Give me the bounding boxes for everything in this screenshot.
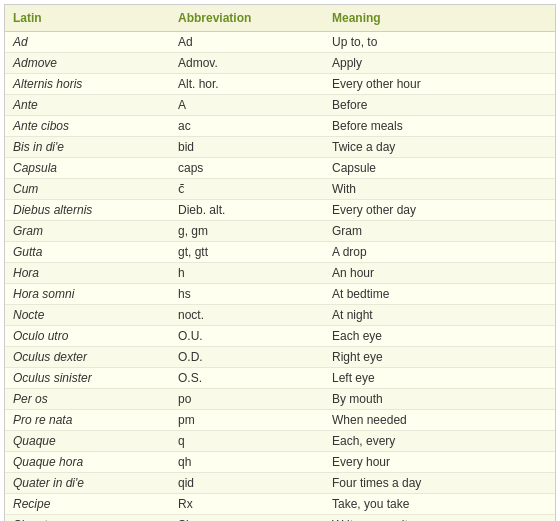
col-header-abbreviation: Abbreviation <box>170 5 324 32</box>
cell-r0-c1: Ad <box>170 32 324 53</box>
cell-r19-c1: q <box>170 431 324 452</box>
cell-r4-c2: Before meals <box>324 116 555 137</box>
table-row: Diebus alternisDieb. alt.Every other day <box>5 200 555 221</box>
cell-r21-c1: qid <box>170 473 324 494</box>
cell-r12-c1: hs <box>170 284 324 305</box>
table-row: Gramg, gmGram <box>5 221 555 242</box>
table-row: Oculus sinisterO.S.Left eye <box>5 368 555 389</box>
cell-r1-c2: Apply <box>324 53 555 74</box>
table-row: Oculo utroO.U.Each eye <box>5 326 555 347</box>
cell-r0-c2: Up to, to <box>324 32 555 53</box>
cell-r23-c2: Write, you write <box>324 515 555 522</box>
cell-r5-c1: bid <box>170 137 324 158</box>
cell-r11-c0: Hora <box>5 263 170 284</box>
cell-r11-c1: h <box>170 263 324 284</box>
cell-r12-c2: At bedtime <box>324 284 555 305</box>
table-row: Quater in di'eqidFour times a day <box>5 473 555 494</box>
cell-r7-c1: c̄ <box>170 179 324 200</box>
table-row: Oculus dexterO.D.Right eye <box>5 347 555 368</box>
cell-r2-c0: Alternis horis <box>5 74 170 95</box>
table-row: Alternis horisAlt. hor.Every other hour <box>5 74 555 95</box>
cell-r13-c0: Nocte <box>5 305 170 326</box>
cell-r23-c0: Signatura <box>5 515 170 522</box>
cell-r15-c1: O.D. <box>170 347 324 368</box>
cell-r17-c2: By mouth <box>324 389 555 410</box>
table-row: AdAdUp to, to <box>5 32 555 53</box>
cell-r3-c2: Before <box>324 95 555 116</box>
cell-r16-c2: Left eye <box>324 368 555 389</box>
table-row: CapsulacapsCapsule <box>5 158 555 179</box>
cell-r23-c1: Sig. <box>170 515 324 522</box>
table-row: Hora somnihsAt bedtime <box>5 284 555 305</box>
table-row: Cumc̄With <box>5 179 555 200</box>
cell-r2-c2: Every other hour <box>324 74 555 95</box>
cell-r21-c0: Quater in di'e <box>5 473 170 494</box>
cell-r18-c2: When needed <box>324 410 555 431</box>
cell-r13-c1: noct. <box>170 305 324 326</box>
cell-r10-c1: gt, gtt <box>170 242 324 263</box>
table-row: Guttagt, gttA drop <box>5 242 555 263</box>
cell-r22-c1: Rx <box>170 494 324 515</box>
table-row: Per ospoBy mouth <box>5 389 555 410</box>
cell-r16-c0: Oculus sinister <box>5 368 170 389</box>
col-header-latin: Latin <box>5 5 170 32</box>
cell-r15-c0: Oculus dexter <box>5 347 170 368</box>
cell-r7-c2: With <box>324 179 555 200</box>
cell-r19-c2: Each, every <box>324 431 555 452</box>
cell-r6-c1: caps <box>170 158 324 179</box>
cell-r4-c0: Ante cibos <box>5 116 170 137</box>
cell-r12-c0: Hora somni <box>5 284 170 305</box>
cell-r8-c0: Diebus alternis <box>5 200 170 221</box>
cell-r19-c0: Quaque <box>5 431 170 452</box>
cell-r5-c2: Twice a day <box>324 137 555 158</box>
cell-r18-c0: Pro re nata <box>5 410 170 431</box>
cell-r3-c1: A <box>170 95 324 116</box>
cell-r9-c1: g, gm <box>170 221 324 242</box>
table-row: QuaqueqEach, every <box>5 431 555 452</box>
cell-r14-c2: Each eye <box>324 326 555 347</box>
cell-r1-c0: Admove <box>5 53 170 74</box>
cell-r17-c0: Per os <box>5 389 170 410</box>
table-row: HorahAn hour <box>5 263 555 284</box>
cell-r1-c1: Admov. <box>170 53 324 74</box>
table-row: AdmoveAdmov.Apply <box>5 53 555 74</box>
col-header-meaning: Meaning <box>324 5 555 32</box>
cell-r17-c1: po <box>170 389 324 410</box>
cell-r10-c2: A drop <box>324 242 555 263</box>
cell-r20-c2: Every hour <box>324 452 555 473</box>
cell-r11-c2: An hour <box>324 263 555 284</box>
cell-r15-c2: Right eye <box>324 347 555 368</box>
table-row: Pro re natapmWhen needed <box>5 410 555 431</box>
cell-r7-c0: Cum <box>5 179 170 200</box>
cell-r4-c1: ac <box>170 116 324 137</box>
cell-r5-c0: Bis in di'e <box>5 137 170 158</box>
cell-r8-c2: Every other day <box>324 200 555 221</box>
cell-r20-c0: Quaque hora <box>5 452 170 473</box>
cell-r14-c1: O.U. <box>170 326 324 347</box>
cell-r0-c0: Ad <box>5 32 170 53</box>
cell-r21-c2: Four times a day <box>324 473 555 494</box>
table-row: RecipeRxTake, you take <box>5 494 555 515</box>
cell-r9-c0: Gram <box>5 221 170 242</box>
cell-r13-c2: At night <box>324 305 555 326</box>
cell-r14-c0: Oculo utro <box>5 326 170 347</box>
cell-r6-c2: Capsule <box>324 158 555 179</box>
table-row: Noctenoct.At night <box>5 305 555 326</box>
cell-r10-c0: Gutta <box>5 242 170 263</box>
cell-r20-c1: qh <box>170 452 324 473</box>
cell-r9-c2: Gram <box>324 221 555 242</box>
cell-r8-c1: Dieb. alt. <box>170 200 324 221</box>
table-row: AnteABefore <box>5 95 555 116</box>
medical-abbreviations-table: Latin Abbreviation Meaning AdAdUp to, to… <box>4 4 556 521</box>
cell-r6-c0: Capsula <box>5 158 170 179</box>
table-row: SignaturaSig.Write, you write <box>5 515 555 522</box>
cell-r2-c1: Alt. hor. <box>170 74 324 95</box>
table-header-row: Latin Abbreviation Meaning <box>5 5 555 32</box>
table-row: Bis in di'ebidTwice a day <box>5 137 555 158</box>
cell-r3-c0: Ante <box>5 95 170 116</box>
table-row: Ante cibosacBefore meals <box>5 116 555 137</box>
cell-r16-c1: O.S. <box>170 368 324 389</box>
cell-r18-c1: pm <box>170 410 324 431</box>
table-row: Quaque horaqhEvery hour <box>5 452 555 473</box>
cell-r22-c0: Recipe <box>5 494 170 515</box>
